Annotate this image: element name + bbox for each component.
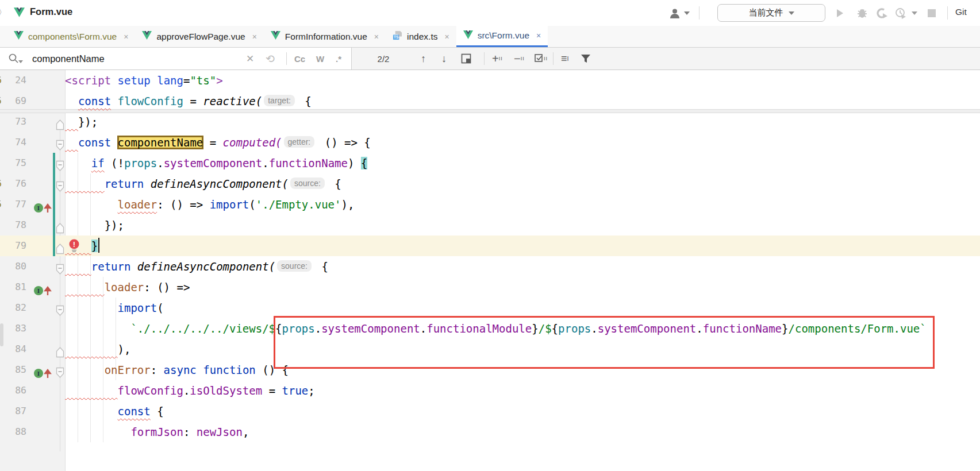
tab-approveFlowPage.vue[interactable]: approveFlowPage.vue×: [135, 26, 263, 47]
code-line-80[interactable]: 80 return defineAsyncComponent(source: {: [0, 256, 980, 277]
left-scrollbar-thumb[interactable]: [0, 323, 3, 346]
line-number[interactable]: 83: [0, 318, 26, 339]
error-bulb-icon[interactable]: !: [68, 239, 80, 260]
line-number[interactable]: 76: [0, 173, 26, 194]
find-toolbar: componentName ✕ ⟲ Cc W .* 2/2 ↑ ↓ +II −I…: [0, 48, 980, 70]
code-line-74[interactable]: 74 const componentName = computed(getter…: [0, 132, 980, 153]
code-line-76[interactable]: 676 return defineAsyncComponent(source: …: [0, 173, 980, 194]
line-number[interactable]: 73: [0, 111, 26, 132]
code-line-24[interactable]: 624<script setup lang="ts">: [0, 70, 980, 91]
line-number[interactable]: 77: [0, 194, 26, 215]
filter-icon[interactable]: [581, 48, 591, 70]
debug-icon[interactable]: [856, 0, 868, 26]
close-icon[interactable]: ×: [124, 32, 128, 41]
filter-lines-icon[interactable]: ≡I: [561, 48, 570, 70]
clear-icon[interactable]: ✕: [246, 48, 254, 70]
history-icon[interactable]: [895, 0, 907, 26]
implementation-marker-icon[interactable]: I: [33, 199, 53, 220]
line-number[interactable]: 69: [0, 91, 26, 111]
line-number[interactable]: 78: [0, 215, 26, 235]
fold-up-icon[interactable]: [56, 219, 64, 240]
close-icon[interactable]: ×: [252, 32, 257, 41]
user-icon[interactable]: [668, 0, 681, 26]
code-line-82[interactable]: 82 import(: [0, 298, 980, 318]
fold-down-icon[interactable]: [56, 364, 64, 385]
close-icon[interactable]: ×: [536, 31, 541, 40]
search-query-text[interactable]: componentName: [32, 48, 105, 70]
code-text: `./../../../../views/${props.systemCompo…: [65, 318, 927, 339]
code-line-87[interactable]: 87 const {: [0, 401, 980, 422]
fold-down-icon[interactable]: [56, 178, 64, 199]
history-chevron-icon[interactable]: [912, 11, 917, 15]
vue-icon: [463, 30, 473, 41]
code-text: const componentName = computed(getter: (…: [65, 132, 371, 153]
code-line-88[interactable]: 88 formJson: newJson,: [0, 422, 980, 442]
search-icon[interactable]: [8, 48, 20, 70]
code-lines: 624<script setup lang="ts">569 const flo…: [0, 70, 980, 442]
profiler-icon[interactable]: [876, 0, 888, 26]
code-line-77[interactable]: 577I loader: () => import('./Empty.vue')…: [0, 194, 980, 215]
tab-components-Form.vue[interactable]: components\Form.vue×: [7, 26, 135, 47]
line-number[interactable]: 82: [0, 298, 26, 318]
code-line-84[interactable]: 84 ),: [0, 339, 980, 360]
stop-icon[interactable]: [928, 0, 936, 26]
new-search-icon[interactable]: ⟲: [266, 48, 275, 70]
tab-FormInformation.vue[interactable]: FormInformation.vue×: [264, 26, 386, 47]
line-number[interactable]: 86: [0, 380, 26, 401]
code-line-79[interactable]: 79! }: [0, 235, 980, 256]
line-number[interactable]: 80: [0, 256, 26, 277]
prev-match-icon[interactable]: ↑: [421, 48, 426, 70]
code-editor[interactable]: 624<script setup lang="ts">569 const flo…: [0, 70, 980, 471]
tab-src-Form.vue[interactable]: src\Form.vue×: [456, 26, 548, 47]
open-in-tool-window-icon[interactable]: [461, 48, 471, 70]
line-number[interactable]: 24: [0, 70, 26, 91]
run-config-selector[interactable]: 当前文件: [717, 4, 825, 22]
code-line-83[interactable]: 83 `./../../../../views/${props.systemCo…: [0, 318, 980, 339]
code-line-85[interactable]: 85I onError: async function () {: [0, 360, 980, 380]
line-number[interactable]: 87: [0, 401, 26, 422]
line-number[interactable]: 84: [0, 339, 26, 360]
fold-up-icon[interactable]: [56, 116, 64, 137]
implementation-marker-icon[interactable]: I: [33, 365, 53, 385]
close-icon[interactable]: ×: [374, 32, 379, 41]
vcs-change-marker[interactable]: [53, 153, 55, 256]
tab-index.ts[interactable]: TSindex.ts×: [386, 26, 456, 47]
divider: [351, 48, 352, 70]
add-occurrence-icon[interactable]: +II: [492, 48, 503, 70]
inlay-hint: source:: [277, 260, 312, 272]
line-number[interactable]: 75: [0, 153, 26, 173]
line-number[interactable]: 81: [0, 277, 26, 298]
fold-down-icon[interactable]: [56, 302, 64, 323]
implementation-marker-icon[interactable]: I: [33, 282, 53, 303]
fold-up-icon[interactable]: [56, 343, 64, 364]
close-icon[interactable]: ×: [444, 32, 449, 41]
play-icon[interactable]: [835, 0, 845, 26]
fold-down-icon[interactable]: [56, 137, 64, 157]
line-number[interactable]: 88: [0, 422, 26, 442]
code-text: <script setup lang="ts">: [65, 70, 223, 91]
whole-words-toggle[interactable]: W: [316, 48, 324, 70]
code-line-78[interactable]: 78 });: [0, 215, 980, 235]
line-number[interactable]: 79: [0, 235, 26, 256]
code-line-75[interactable]: 75 if (!props.systemComponent.functionNa…: [0, 153, 980, 173]
regex-toggle[interactable]: .*: [336, 48, 341, 70]
code-line-86[interactable]: 86 flowConfig.isOldSystem = true;: [0, 380, 980, 401]
match-case-toggle[interactable]: Cc: [294, 48, 305, 70]
fold-down-icon[interactable]: [56, 261, 64, 281]
search-mode-chevron-icon[interactable]: [18, 60, 23, 63]
code-line-81[interactable]: 81I loader: () =>: [0, 277, 980, 298]
inlay-hint: getter:: [284, 136, 315, 148]
next-match-icon[interactable]: ↓: [441, 48, 447, 70]
select-all-occurrences-icon[interactable]: II: [535, 48, 548, 70]
code-line-69[interactable]: 569 const flowConfig = reactive(target: …: [0, 91, 980, 111]
remove-occurrence-icon[interactable]: −II: [514, 48, 525, 70]
fold-down-icon[interactable]: [56, 157, 64, 178]
git-widget[interactable]: Git: [955, 7, 967, 17]
run-config-chevron-icon: [789, 11, 794, 15]
fold-up-icon[interactable]: [56, 240, 64, 261]
line-number[interactable]: 85: [0, 360, 26, 380]
user-menu-chevron-icon[interactable]: [684, 11, 690, 15]
inlay-hint: target:: [264, 95, 295, 106]
code-line-73[interactable]: 73 });: [0, 111, 980, 132]
line-number[interactable]: 74: [0, 132, 26, 153]
